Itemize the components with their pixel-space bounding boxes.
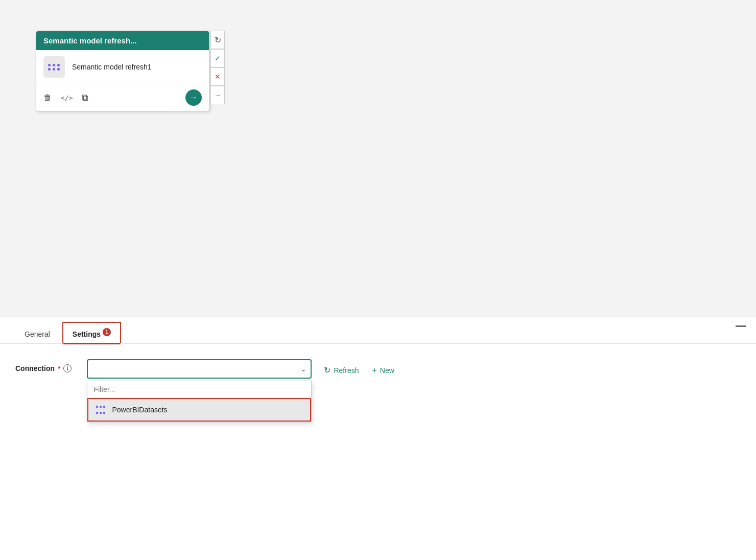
action-buttons: ↻ Refresh + New <box>319 359 399 378</box>
item-label: PowerBIDatasets <box>112 406 167 414</box>
node-footer: 🗑 </> ⧉ → <box>36 84 209 111</box>
panel-content: Connection * i PowerBIDatasets ⌄ <box>0 344 756 394</box>
plus-icon: + <box>372 366 376 375</box>
side-connectors: ↻ ✓ ✕ → <box>210 31 225 104</box>
connection-field-row: Connection * i PowerBIDatasets ⌄ <box>15 359 741 379</box>
dot <box>48 64 51 66</box>
tab-badge: 1 <box>103 328 111 336</box>
node-title: Semantic model refresh... <box>43 36 137 45</box>
tab-settings[interactable]: Settings1 <box>62 322 121 343</box>
new-button[interactable]: + New <box>367 363 399 378</box>
connection-dropdown-wrapper: PowerBIDatasets ⌄ <box>87 359 312 379</box>
info-icon[interactable]: i <box>63 364 72 372</box>
activity-node: Semantic model refresh... Semantic model… <box>36 31 209 111</box>
connection-select[interactable]: PowerBIDatasets <box>87 359 312 379</box>
field-controls: PowerBIDatasets ⌄ <box>87 359 741 379</box>
activity-icon <box>43 56 65 78</box>
dot <box>57 68 60 71</box>
node-body: Semantic model refresh1 <box>36 50 209 84</box>
filter-input[interactable] <box>87 381 311 398</box>
dropdown-item-powerbidatasets[interactable]: PowerBIDatasets <box>87 398 311 422</box>
refresh-button[interactable]: ↻ Refresh <box>319 362 364 378</box>
dot <box>53 68 55 71</box>
dot <box>53 64 55 66</box>
connector-error[interactable]: ✕ <box>210 67 225 86</box>
node-header[interactable]: Semantic model refresh... <box>36 31 209 50</box>
connector-success[interactable]: ✓ <box>210 49 225 67</box>
minimize-button[interactable] <box>736 325 746 327</box>
bottom-panel: General Settings1 Connection * i PowerBI… <box>0 317 756 560</box>
dropdown-popup: PowerBIDatasets <box>87 381 312 422</box>
code-icon[interactable]: </> <box>61 94 73 102</box>
connection-label: Connection * i <box>15 359 72 372</box>
canvas-area: Semantic model refresh... Semantic model… <box>0 0 756 317</box>
tabs-row: General Settings1 <box>0 317 756 344</box>
go-arrow-button[interactable]: → <box>185 89 202 106</box>
go-arrow-icon: → <box>190 93 198 102</box>
copy-icon[interactable]: ⧉ <box>82 92 88 103</box>
connector-refresh[interactable]: ↻ <box>210 31 225 49</box>
connector-next[interactable]: → <box>210 86 225 104</box>
dots-grid-icon <box>48 64 60 71</box>
dot <box>57 64 60 66</box>
delete-icon[interactable]: 🗑 <box>43 93 52 102</box>
activity-name: Semantic model refresh1 <box>72 62 152 72</box>
tab-general[interactable]: General <box>15 325 59 343</box>
refresh-icon: ↻ <box>324 365 330 375</box>
dot <box>48 68 51 71</box>
item-icon <box>96 404 107 415</box>
required-star: * <box>58 364 60 372</box>
